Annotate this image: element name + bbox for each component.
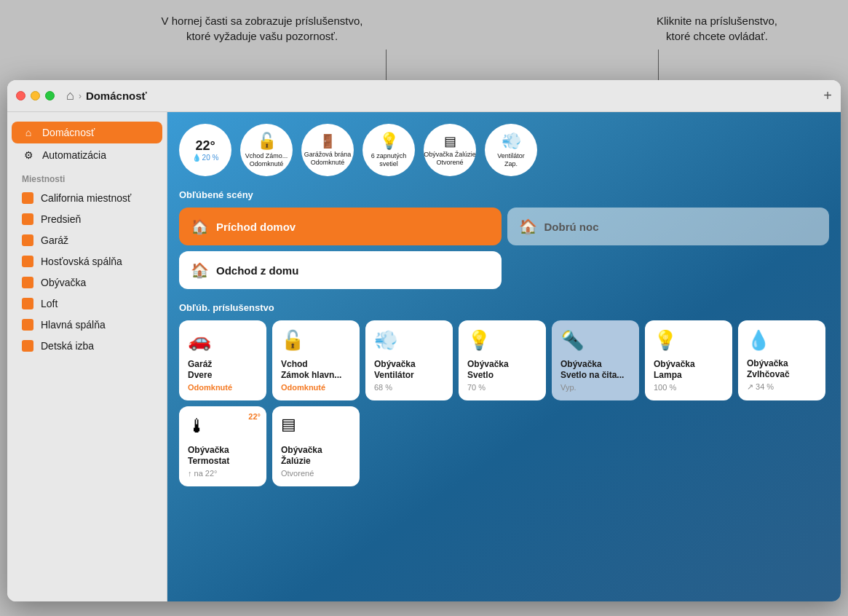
- status-row: 22° 💧 20 % 🔓 Vchod Zámo...Odomknuté 🚪 Ga…: [179, 124, 829, 176]
- sidebar: ⌂ Domácnosť ⚙ Automatizácia Miestnosti C…: [7, 112, 167, 601]
- sidebar-item-label-domacnost: Domácnosť: [42, 127, 95, 138]
- minimize-button[interactable]: [31, 91, 40, 100]
- zaluzie-acc-icon: ▤: [281, 415, 351, 434]
- maximize-button[interactable]: [45, 91, 55, 100]
- svetlo-acc-status: 70 %: [467, 383, 537, 392]
- close-button[interactable]: [16, 91, 25, 100]
- scene-prichod[interactable]: 🏠 Príchod domov: [179, 208, 502, 245]
- sidebar-item-domacnost[interactable]: ⌂ Domácnosť: [12, 122, 162, 143]
- lampa-name: ObývačkaLampa: [654, 359, 724, 382]
- sidebar-item-garaz[interactable]: Garáž: [12, 230, 162, 250]
- garaz-dvere-name: GarážDvere: [188, 359, 258, 382]
- scene-odchod-icon: 🏠: [191, 261, 209, 279]
- zvlhcovac-name: ObývačkaZvlhčovač: [747, 358, 817, 381]
- sidebar-room-label-hlavna: Hlavná spálňa: [41, 319, 106, 331]
- zvlhcovac-status: ↗ 34 %: [747, 382, 817, 392]
- accessory-lampa[interactable]: 💡 ObývačkaLampa 100 %: [645, 320, 732, 400]
- sidebar-item-hlavna-spalna[interactable]: Hlavná spálňa: [12, 315, 162, 335]
- scenes-grid: 🏠 Príchod domov 🏠 Dobrú noc 🏠 Odchod z d…: [179, 208, 829, 289]
- zaluzie-acc-status: Otvorené: [281, 469, 351, 478]
- scene-dobru-noc-icon: 🏠: [519, 218, 537, 235]
- room-icon-loft: [22, 298, 33, 309]
- sidebar-item-obyvacka[interactable]: Obývačka: [12, 272, 162, 293]
- svetla-name: 6 zapnutýchsvetiel: [371, 152, 407, 168]
- sidebar-item-automatizacia[interactable]: ⚙ Automatizácia: [12, 144, 162, 166]
- sidebar-room-label-detska: Detská izba: [41, 340, 94, 352]
- sidebar-item-hostovska[interactable]: Hosťovská spálňa: [12, 251, 162, 272]
- accessory-svetlo[interactable]: 💡 ObývačkaSvetlo 70 %: [459, 320, 546, 400]
- sidebar-item-predsien[interactable]: Predsieň: [12, 209, 162, 229]
- accessories-grid: 🚗 GarážDvere Odomknuté 🔓 VchodZámok hlav…: [179, 320, 829, 486]
- svetlo-cita-icon: 🔦: [560, 329, 630, 352]
- vchod-zamok-acc-name: VchodZámok hlavn...: [281, 359, 351, 382]
- sidebar-section-miestnosti: Miestnosti: [7, 167, 167, 187]
- zvlhcovac-icon: 💧: [747, 329, 817, 352]
- status-device-garazova-brana[interactable]: 🚪 Garážová bránaOdomknuté: [301, 124, 354, 176]
- ventilator-acc-name: ObývačkaVentilátor: [374, 359, 444, 382]
- ventilator-name: VentilátorZap.: [497, 152, 525, 168]
- scene-odchod[interactable]: 🏠 Odchod z domu: [179, 251, 502, 289]
- scene-dobru-noc-label: Dobrú noc: [544, 221, 599, 233]
- titlebar-title: Domácnosť: [86, 90, 147, 102]
- zaluzie-name: Obývačka ŽalúzieOtvorené: [424, 151, 476, 167]
- termostat-status: ↑ na 22°: [188, 469, 258, 478]
- ventilator-acc-icon: 💨: [374, 329, 444, 352]
- main-window: ⌂ › Domácnosť + ⌂ Domácnosť ⚙ Automatizá…: [7, 80, 841, 601]
- garazova-brana-name: Garážová bránaOdomknuté: [304, 151, 352, 167]
- sidebar-room-label-california: California miestnosť: [41, 192, 131, 204]
- callout-left: V hornej časti sa zobrazuje príslušenstv…: [146, 13, 379, 44]
- scene-prichod-label: Príchod domov: [216, 221, 296, 233]
- sidebar-item-detska-izba[interactable]: Detská izba: [12, 336, 162, 356]
- status-device-svetla[interactable]: 💡 6 zapnutýchsvetiel: [362, 124, 415, 176]
- room-icon-predsien: [22, 213, 33, 225]
- lampa-icon: 💡: [654, 329, 724, 352]
- accessory-termostat[interactable]: 22° 🌡 ObývačkaTermostat ↑ na 22°: [179, 406, 266, 486]
- svetlo-acc-icon: 💡: [467, 329, 537, 352]
- titlebar: ⌂ › Domácnosť +: [7, 80, 841, 112]
- status-device-vchod-zamok[interactable]: 🔓 Vchod Zámo...Odomknuté: [240, 124, 293, 176]
- accessory-svetlo-cita[interactable]: 🔦 ObývačkaSvetlo na čita... Vyp.: [552, 320, 639, 400]
- garazova-brana-icon: 🚪: [320, 133, 336, 149]
- svetlo-acc-name: ObývačkaSvetlo: [467, 359, 537, 382]
- room-icon-hostovska: [22, 256, 33, 267]
- room-icon-hlavna: [22, 319, 33, 331]
- vchod-zamok-acc-icon: 🔓: [281, 329, 351, 352]
- status-device-zaluzie[interactable]: ▤ Obývačka ŽalúzieOtvorené: [424, 124, 476, 176]
- zaluzie-icon: ▤: [444, 133, 456, 149]
- room-icon-california: [22, 192, 33, 204]
- home-icon: ⌂: [66, 88, 74, 103]
- callout-right: Kliknite na príslušenstvo,ktoré chcete o…: [622, 13, 812, 44]
- svetlo-cita-status: Vyp.: [560, 383, 630, 392]
- humidity-icon: 💧: [192, 154, 201, 162]
- termostat-icon: 🌡: [188, 415, 258, 438]
- ventilator-acc-status: 68 %: [374, 383, 444, 392]
- zaluzie-acc-name: ObývačkaŽalúzie: [281, 445, 351, 467]
- sidebar-room-label-garaz: Garáž: [41, 234, 68, 246]
- scene-dobru-noc[interactable]: 🏠 Dobrú noc: [507, 208, 830, 245]
- temp-humidity: 💧 20 %: [192, 154, 219, 162]
- sidebar-item-california[interactable]: California miestnosť: [12, 188, 162, 208]
- traffic-lights: [16, 91, 55, 100]
- sidebar-room-label-obyvacka: Obývačka: [41, 277, 86, 288]
- scene-prichod-icon: 🏠: [191, 218, 209, 235]
- vchod-zamok-name: Vchod Zámo...Odomknuté: [245, 152, 288, 168]
- lampa-status: 100 %: [654, 383, 724, 392]
- accessory-zaluzie[interactable]: ▤ ObývačkaŽalúzie Otvorené: [272, 406, 360, 486]
- scenes-section-label: Obľúbené scény: [179, 189, 829, 200]
- titlebar-chevron-icon: ›: [79, 91, 82, 101]
- accessories-section-label: Obľúb. príslušenstvo: [179, 302, 829, 313]
- accessory-garaz-dvere[interactable]: 🚗 GarážDvere Odomknuté: [179, 320, 266, 400]
- sidebar-item-loft[interactable]: Loft: [12, 293, 162, 314]
- garaz-dvere-icon: 🚗: [188, 329, 258, 352]
- humidity-value: 20 %: [202, 154, 219, 162]
- accessory-ventilator[interactable]: 💨 ObývačkaVentilátor 68 %: [365, 320, 453, 400]
- svetla-icon: 💡: [379, 132, 399, 151]
- main-content: 22° 💧 20 % 🔓 Vchod Zámo...Odomknuté 🚪 Ga…: [167, 112, 841, 601]
- status-device-ventilator[interactable]: 💨 VentilátorZap.: [485, 124, 537, 176]
- scene-odchod-label: Odchod z domu: [216, 264, 298, 277]
- accessory-zvlhcovac[interactable]: 💧 ObývačkaZvlhčovač ↗ 34 %: [738, 320, 825, 400]
- garaz-dvere-status: Odomknuté: [188, 383, 258, 392]
- accessory-vchod-zamok[interactable]: 🔓 VchodZámok hlavn... Odomknuté: [272, 320, 360, 400]
- add-button[interactable]: +: [823, 87, 832, 104]
- ventilator-icon: 💨: [502, 132, 521, 151]
